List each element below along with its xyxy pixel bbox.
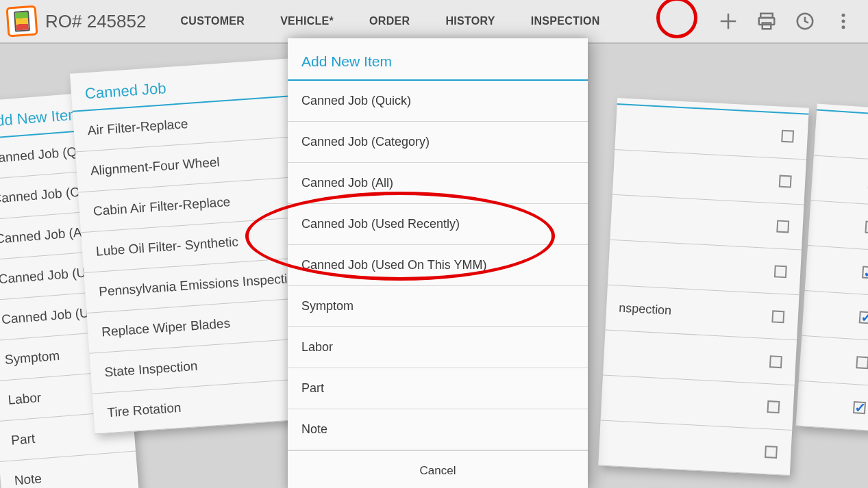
tab-history[interactable]: HISTORY [427, 0, 512, 43]
svg-point-7 [842, 20, 845, 23]
clock-icon [795, 11, 815, 31]
row-label [616, 127, 782, 136]
add-button[interactable] [709, 2, 747, 40]
checkbox[interactable] [776, 220, 789, 233]
tab-inspection[interactable]: INSPECTION [513, 0, 618, 43]
checkbox[interactable] [774, 265, 787, 278]
menu-item-canned-all[interactable]: Canned Job (All) [288, 163, 588, 204]
checkbox[interactable] [853, 401, 866, 414]
checkbox[interactable] [859, 311, 868, 324]
recent-button[interactable] [786, 2, 824, 40]
app-logo [6, 5, 38, 38]
menu-item-labor[interactable]: Labor [288, 327, 588, 368]
add-new-item-dialog: Add New Item Canned Job (Quick) Canned J… [288, 38, 588, 488]
bg-panel-right-near: nspection [598, 98, 809, 476]
row-label [602, 398, 767, 407]
checkbox[interactable] [862, 266, 868, 279]
printer-icon [756, 11, 777, 31]
checkbox[interactable] [779, 175, 792, 188]
checkbox[interactable] [765, 446, 778, 459]
row-label [599, 443, 765, 452]
cancel-button[interactable]: Cancel [288, 450, 588, 488]
menu-item-part[interactable]: Part [288, 368, 588, 409]
checkbox[interactable] [769, 355, 782, 368]
svg-point-8 [842, 25, 845, 29]
more-button[interactable] [824, 2, 863, 40]
table-row[interactable] [808, 201, 868, 251]
svg-point-6 [842, 14, 845, 17]
row-label [614, 172, 780, 181]
table-row[interactable] [814, 111, 868, 162]
menu-item-note[interactable]: Note [288, 409, 588, 450]
main-tabs: CUSTOMER VEHICLE* ORDER HISTORY INSPECTI… [162, 0, 617, 43]
row-label [604, 352, 770, 361]
bg-panel-canned-job: Canned Job Air Filter-Replace Alignment-… [70, 58, 314, 434]
table-row[interactable] [598, 420, 792, 476]
row-label [611, 217, 777, 226]
menu-item-canned-recent[interactable]: Canned Job (Used Recently) [288, 204, 588, 245]
print-button[interactable] [747, 2, 786, 40]
checkbox[interactable] [865, 220, 868, 233]
menu-item-symptom[interactable]: Symptom [288, 286, 588, 327]
tab-vehicle[interactable]: VEHICLE* [262, 0, 351, 43]
checkbox[interactable] [767, 400, 780, 413]
menu-item-canned-ymm[interactable]: Canned Job (Used On This YMM) [288, 245, 588, 286]
checkbox[interactable] [856, 356, 868, 369]
table-row[interactable] [795, 381, 868, 432]
table-row[interactable] [810, 155, 868, 206]
row-label: nspection [606, 300, 773, 324]
checkbox[interactable] [781, 129, 794, 142]
table-row[interactable] [805, 246, 868, 296]
row-label [609, 262, 775, 271]
menu-item-canned-category[interactable]: Canned Job (Category) [288, 122, 588, 163]
menu-item-canned-quick[interactable]: Canned Job (Quick) [288, 81, 588, 122]
plus-icon [718, 11, 739, 31]
more-vert-icon [833, 11, 854, 31]
top-bar: RO# 245852 CUSTOMER VEHICLE* ORDER HISTO… [0, 0, 868, 44]
ro-number: RO# 245852 [45, 11, 146, 32]
dialog-title: Add New Item [288, 38, 588, 81]
table-row[interactable] [802, 291, 868, 342]
tab-order[interactable]: ORDER [351, 0, 427, 43]
checkbox[interactable] [771, 310, 784, 323]
table-row[interactable] [799, 336, 868, 387]
tab-customer[interactable]: CUSTOMER [162, 0, 262, 43]
